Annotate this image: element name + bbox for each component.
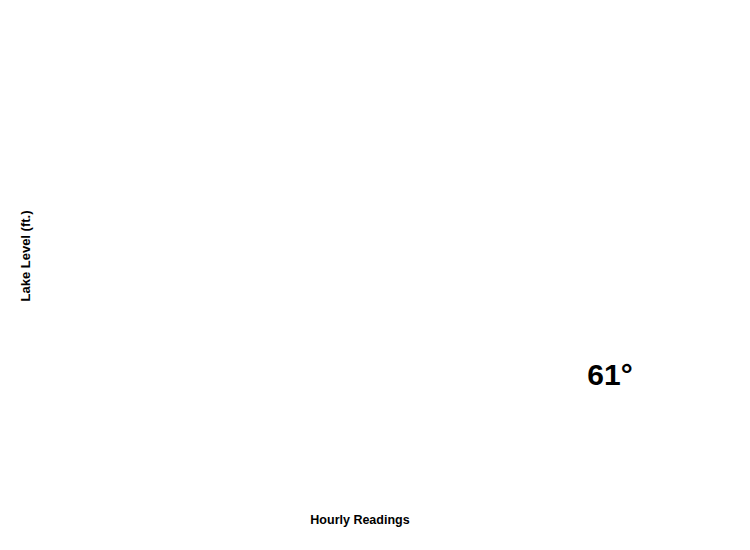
chart-canvas: Lake Level (ft.) Hourly Readings	[0, 0, 750, 550]
x-axis-title: Hourly Readings	[310, 513, 409, 527]
plot-background	[60, 20, 648, 406]
temperature-badge: 61°	[578, 352, 642, 398]
y-axis-title: Lake Level (ft.)	[18, 210, 33, 301]
lake-level-chart: Lake Level (ft.) Hourly Readings 61°	[0, 0, 750, 550]
